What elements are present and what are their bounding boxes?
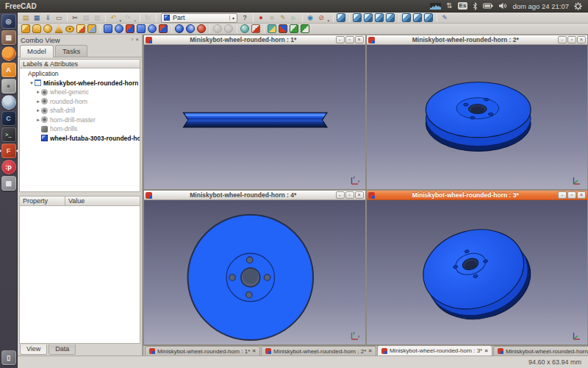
viewport-2-titlebar[interactable]: Miniskybot-wheel-rounded-horn : 2* - ▫ ×	[367, 35, 588, 45]
defeaturing-button-1[interactable]	[267, 24, 277, 34]
tab-close-icon[interactable]: ×	[484, 348, 488, 354]
media-app-icon[interactable]: :p	[1, 160, 16, 174]
viewport-4-titlebar[interactable]: Miniskybot-wheel-rounded-horn : 4* - ▫ ×	[144, 191, 365, 200]
expander-icon[interactable]: ▸	[35, 99, 41, 105]
shape-builder-button[interactable]	[87, 24, 97, 34]
freecad-launcher-icon[interactable]: F	[1, 144, 16, 158]
tree-item-miniskybot-wheel-rounded-horn[interactable]: ▾Miniskybot-wheel-rounded-horn	[20, 79, 140, 88]
part-section-button[interactable]	[212, 24, 223, 34]
tree-item-horn-drill-master[interactable]: ▸horn-drill-master	[20, 116, 140, 125]
close-icon[interactable]: ×	[577, 191, 586, 199]
minimize-icon[interactable]: -	[558, 36, 567, 43]
file-manager-icon[interactable]: ▤	[1, 30, 16, 45]
tree-item-wheel-generic[interactable]: ▸wheel-generic	[20, 88, 140, 97]
view-bottom-button[interactable]	[412, 13, 423, 23]
whats-this-button[interactable]: ?	[240, 13, 250, 23]
defeaturing-button-4[interactable]	[300, 24, 310, 34]
macro-stop-button[interactable]: ■	[267, 13, 277, 23]
viewport-3-titlebar[interactable]: Miniskybot-wheel-rounded-horn : 3* - ▫ ×	[367, 191, 588, 200]
firefox-icon[interactable]	[1, 46, 16, 61]
network-indicator-icon[interactable]: ⇅	[446, 2, 452, 10]
close-icon[interactable]: ×	[577, 36, 586, 43]
mdi-tab-3[interactable]: Miniskybot-wheel-rounded-horn : 3*×	[377, 345, 492, 355]
volume-icon[interactable]	[498, 2, 507, 10]
part-box-button[interactable]	[21, 24, 31, 34]
tab-model[interactable]: Model	[20, 45, 54, 57]
part-offset-button[interactable]	[251, 24, 261, 34]
refresh-button[interactable]: ↻	[143, 13, 153, 23]
tree-item-rounded-horn[interactable]: ▸rounded-horn	[20, 97, 140, 107]
part-ruled-surface-button[interactable]	[158, 24, 168, 34]
system-settings-icon[interactable]: ●	[1, 79, 16, 93]
battery-icon[interactable]	[483, 3, 493, 9]
save-button[interactable]: ⇓	[43, 13, 53, 23]
maximize-icon[interactable]: ▫	[567, 36, 576, 43]
new-file-button[interactable]: ▤	[21, 13, 31, 23]
value-column-header[interactable]: Value	[65, 197, 87, 205]
check-geometry-button[interactable]	[240, 24, 250, 34]
part-cone-button[interactable]	[54, 24, 64, 34]
trash-icon[interactable]: ▯	[1, 350, 16, 365]
macro-edit-button[interactable]: ✎	[278, 13, 288, 23]
web-browser-button[interactable]: ◉	[305, 13, 315, 23]
part-common-button[interactable]	[185, 24, 196, 34]
property-table-body[interactable]	[19, 206, 140, 344]
maximize-icon[interactable]: ▫	[567, 191, 576, 199]
viewport-1-canvas[interactable]: x z	[144, 45, 365, 189]
bluetooth-icon[interactable]	[473, 2, 478, 10]
property-column-header[interactable]: Property	[20, 197, 65, 205]
view-top-button[interactable]	[374, 13, 384, 23]
chromium-icon[interactable]	[1, 95, 16, 110]
copy-button[interactable]: ▤	[81, 13, 91, 23]
viewport-4-canvas[interactable]: x y	[144, 200, 365, 344]
view-left-button[interactable]	[423, 13, 434, 23]
part-cut-button[interactable]	[196, 24, 207, 34]
mdi-tab-4[interactable]: Miniskybot-wheel-rounded-horn : 4*×	[493, 346, 588, 355]
view-rear-button[interactable]	[401, 13, 412, 23]
macro-record-button[interactable]: ●	[256, 13, 266, 23]
workspace-switcher-icon[interactable]: ▦	[1, 176, 16, 191]
terminal-icon[interactable]: >_	[1, 127, 16, 142]
tree-item-horn-drills[interactable]: horn-drills	[20, 124, 140, 134]
tree-item-shaft-drill[interactable]: ▸shaft-drill	[20, 106, 140, 116]
system-monitor-icon[interactable]	[430, 3, 441, 10]
workbench-selector[interactable]: Part▾	[161, 13, 237, 23]
part-cylinder-button[interactable]	[32, 24, 42, 34]
part-mirror-button[interactable]	[125, 24, 135, 34]
open-file-button[interactable]: ▦	[32, 13, 42, 23]
maximize-icon[interactable]: ▫	[345, 36, 354, 43]
dock-float-icon[interactable]: ▫	[131, 37, 133, 43]
tab-tasks[interactable]: Tasks	[55, 45, 87, 57]
tab-data[interactable]: Data	[49, 344, 76, 355]
tree-item-application[interactable]: Application	[20, 69, 140, 79]
clock[interactable]: dom ago 24 21:07	[512, 2, 569, 10]
keyboard-layout-indicator[interactable]: Es	[458, 2, 468, 10]
part-torus-button[interactable]	[65, 24, 75, 34]
software-center-icon[interactable]: A	[1, 63, 16, 77]
view-axonometric-button[interactable]	[352, 13, 362, 23]
viewport-1-titlebar[interactable]: Miniskybot-wheel-rounded-horn : 1* - ▫ ×	[144, 35, 365, 45]
undo-button[interactable]: ↶▾	[108, 13, 118, 23]
part-sphere-button[interactable]	[43, 24, 53, 34]
macro-play-button[interactable]: ▶	[289, 13, 299, 23]
minimize-icon[interactable]: -	[336, 191, 345, 199]
close-icon[interactable]: ×	[355, 191, 364, 199]
close-icon[interactable]: ×	[355, 36, 364, 43]
maximize-icon[interactable]: ▫	[345, 191, 354, 199]
part-extrude-button[interactable]	[103, 24, 113, 34]
redo-button[interactable]: ↷▾	[123, 13, 133, 23]
print-button[interactable]: ▭	[54, 13, 64, 23]
measure-distance-button[interactable]: ✎	[440, 13, 450, 23]
part-primitives-button[interactable]	[76, 24, 86, 34]
part-cross-sections-button[interactable]	[223, 24, 234, 34]
fit-all-button[interactable]	[336, 13, 346, 23]
defeaturing-button-2[interactable]	[278, 24, 288, 34]
view-front-button[interactable]	[363, 13, 373, 23]
viewport-3-canvas[interactable]	[367, 200, 588, 344]
dash-home-icon[interactable]: ◎	[1, 14, 16, 29]
tree-item-wheel-futaba-3003-rounded-horn-final[interactable]: wheel-futaba-3003-rounded-horn-final	[20, 134, 140, 144]
expander-icon[interactable]: ▸	[35, 89, 41, 95]
code-editor-icon[interactable]: C	[1, 111, 16, 126]
tab-view[interactable]: View	[20, 344, 47, 355]
expander-icon[interactable]: ▸	[35, 117, 41, 123]
